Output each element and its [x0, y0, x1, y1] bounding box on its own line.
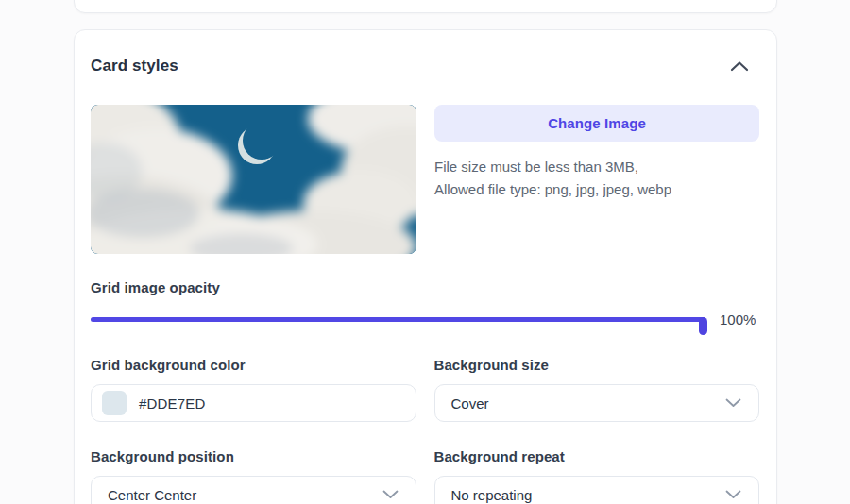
- opacity-value: 100%: [720, 311, 759, 328]
- background-repeat-field: Background repeat No repeating: [434, 448, 760, 504]
- upload-help-text: File size must be less than 3MB, Allowed…: [434, 156, 759, 201]
- panel-header: Card styles: [91, 57, 759, 76]
- fields-row-1: Grid background color #DDE7ED Background…: [91, 357, 759, 422]
- background-size-field: Background size Cover: [434, 357, 760, 422]
- card-background-image-preview: [91, 105, 416, 254]
- chevron-up-icon: [730, 60, 749, 72]
- image-upload-row: Change Image File size must be less than…: [91, 105, 759, 254]
- settings-page: Card styles: [0, 0, 850, 504]
- crescent-moon: [238, 126, 276, 164]
- opacity-label: Grid image opacity: [91, 279, 759, 296]
- upload-help-line-2: Allowed file type: png, jpg, jpeg, webp: [434, 178, 759, 201]
- opacity-slider-fill: [91, 317, 706, 322]
- background-position-label: Background position: [91, 448, 416, 465]
- opacity-slider-row: 100%: [91, 311, 759, 328]
- background-size-value: Cover: [451, 395, 489, 412]
- background-position-field: Background position Center Center: [91, 448, 416, 504]
- background-position-value: Center Center: [108, 487, 196, 503]
- color-value[interactable]: #DDE7ED: [139, 395, 206, 412]
- background-position-select[interactable]: Center Center: [91, 476, 416, 504]
- image-upload-controls: Change Image File size must be less than…: [434, 105, 759, 254]
- grid-background-color-label: Grid background color: [91, 357, 416, 374]
- background-size-select[interactable]: Cover: [434, 384, 760, 422]
- chevron-down-icon: [382, 490, 399, 499]
- chevron-down-icon: [725, 490, 741, 499]
- background-size-label: Background size: [434, 357, 760, 374]
- grid-background-color-input[interactable]: #DDE7ED: [91, 384, 416, 422]
- cloud-sky-image: [91, 105, 416, 254]
- previous-card-edge: [74, 0, 777, 13]
- opacity-slider[interactable]: [91, 311, 706, 328]
- opacity-section: Grid image opacity 100%: [91, 279, 759, 328]
- chevron-down-icon: [725, 398, 741, 408]
- background-repeat-label: Background repeat: [434, 448, 760, 465]
- grid-background-color-field: Grid background color #DDE7ED: [91, 357, 416, 422]
- opacity-slider-thumb[interactable]: [699, 317, 707, 335]
- panel-title: Card styles: [91, 57, 178, 76]
- change-image-button[interactable]: Change Image: [434, 105, 759, 142]
- color-swatch[interactable]: [102, 391, 127, 415]
- background-repeat-select[interactable]: No repeating: [434, 476, 760, 504]
- collapse-panel-button[interactable]: [728, 59, 751, 74]
- card-styles-panel: Card styles: [74, 29, 777, 504]
- background-repeat-value: No repeating: [451, 487, 533, 503]
- fields-row-2: Background position Center Center Backgr…: [91, 448, 759, 504]
- upload-help-line-1: File size must be less than 3MB,: [434, 156, 759, 178]
